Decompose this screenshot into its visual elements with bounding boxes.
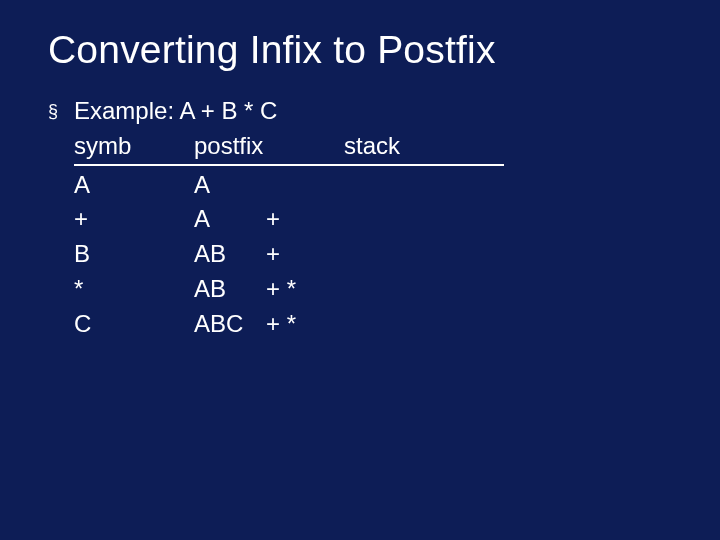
bullet-icon: § — [48, 94, 74, 124]
header-underline: symb postfix stack — [74, 129, 504, 166]
cell-symb: C — [74, 307, 194, 342]
slide-body: § Example: A + B * C symb postfix stack … — [48, 94, 672, 342]
header-postfix: postfix — [194, 129, 344, 164]
cell-stack: + * — [266, 272, 344, 307]
table-row: B AB + — [48, 237, 672, 272]
cell-stack: + * — [266, 307, 344, 342]
cell-postfix: A — [194, 202, 266, 237]
cell-stack: + — [266, 202, 344, 237]
cell-symb: + — [74, 202, 194, 237]
cell-stack: + — [266, 237, 344, 272]
cell-postfix: ABC — [194, 307, 266, 342]
data-row: + A + — [74, 202, 344, 237]
data-row: * AB + * — [74, 272, 344, 307]
table-row: * AB + * — [48, 272, 672, 307]
cell-postfix: AB — [194, 237, 266, 272]
table-row: + A + — [48, 202, 672, 237]
example-line: § Example: A + B * C — [48, 94, 672, 129]
cell-postfix: A — [194, 168, 266, 203]
data-row: C ABC + * — [74, 307, 344, 342]
trace-table: A A + A + B AB + — [48, 168, 672, 342]
cell-symb: * — [74, 272, 194, 307]
cell-symb: B — [74, 237, 194, 272]
slide-title: Converting Infix to Postfix — [48, 28, 672, 72]
example-text: Example: A + B * C — [74, 94, 277, 129]
table-row: A A — [48, 168, 672, 203]
cell-postfix: AB — [194, 272, 266, 307]
header-symb: symb — [74, 129, 194, 164]
data-row: B AB + — [74, 237, 344, 272]
cell-symb: A — [74, 168, 194, 203]
cell-stack — [266, 168, 344, 203]
table-row: C ABC + * — [48, 307, 672, 342]
slide: Converting Infix to Postfix § Example: A… — [0, 0, 720, 540]
data-row: A A — [74, 168, 344, 203]
table-header-row: symb postfix stack — [48, 129, 672, 166]
header-stack: stack — [344, 129, 504, 164]
